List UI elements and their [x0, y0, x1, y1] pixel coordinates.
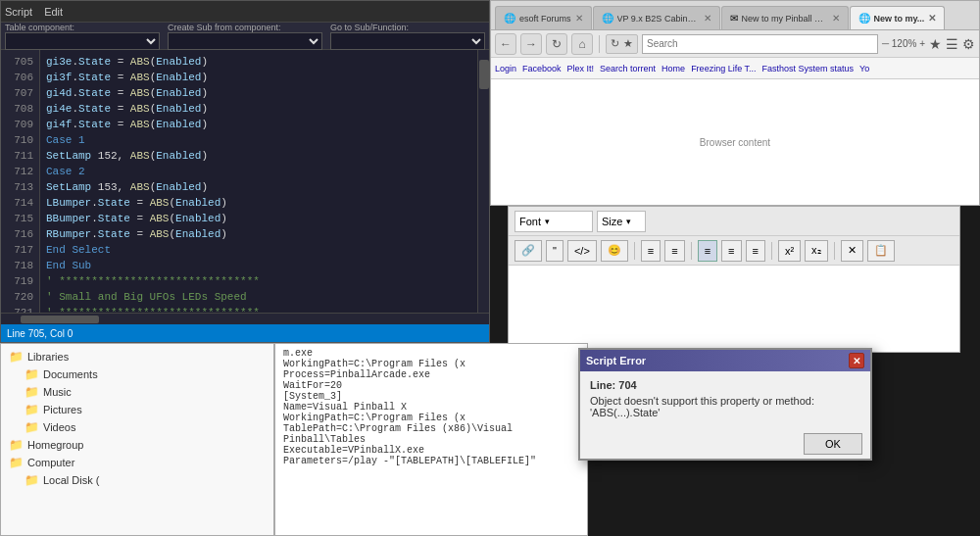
- back-button[interactable]: ←: [495, 33, 516, 55]
- editor-content[interactable]: 7057067077087097107117127137147157167177…: [1, 50, 489, 313]
- browser-tab[interactable]: 🌐esoft Forums✕: [495, 6, 592, 29]
- align-left-button[interactable]: ≡: [698, 240, 717, 262]
- code-line: BBumper.State = ABS(Enabled): [46, 211, 471, 226]
- subscript-button[interactable]: x₂: [805, 240, 828, 262]
- tab-close-icon[interactable]: ✕: [704, 13, 711, 24]
- bookmark-item[interactable]: Login: [495, 64, 516, 73]
- browser-content: Browser content: [491, 79, 979, 205]
- tab-icon: 🌐: [602, 13, 613, 24]
- status-text: Line 705, Col 0: [7, 328, 73, 339]
- size-label: Size: [602, 216, 622, 227]
- ul-button[interactable]: ≡: [641, 240, 661, 262]
- tab-close-icon[interactable]: ✕: [575, 13, 583, 24]
- bookmark-item[interactable]: Home: [662, 64, 685, 73]
- menu-edit[interactable]: Edit: [44, 6, 63, 18]
- explorer-item[interactable]: 📁Documents: [5, 365, 270, 383]
- browser-tab[interactable]: 🌐VP 9.x B2S Cabinet Tables (t...✕: [593, 6, 720, 29]
- ol-button[interactable]: ≡: [664, 240, 684, 262]
- dialog-line: Line: 704: [590, 379, 860, 391]
- browser-tabs: 🌐esoft Forums✕🌐VP 9.x B2S Cabinet Tables…: [491, 1, 979, 30]
- font-selector[interactable]: Font ▾: [514, 211, 593, 232]
- create-sub-section: Create Sub from component:: [168, 23, 322, 50]
- folder-icon: 📁: [24, 367, 39, 381]
- config-line: Executable=VPinballX.exe: [283, 445, 579, 456]
- vertical-scrollbar[interactable]: [477, 50, 489, 313]
- star-icon[interactable]: ★: [623, 37, 633, 50]
- config-line: Name=Visual Pinball X: [283, 402, 579, 413]
- rte-content[interactable]: [509, 266, 959, 352]
- browser-tab[interactable]: 🌐New to my...✕: [850, 6, 946, 29]
- search-input[interactable]: [642, 34, 878, 54]
- explorer-item[interactable]: 📁Pictures: [5, 401, 270, 418]
- refresh-icon[interactable]: ↻: [611, 37, 619, 50]
- tab-label: New to my...: [874, 14, 925, 24]
- explorer-item[interactable]: 📁Local Disk (: [5, 471, 270, 489]
- explorer-item[interactable]: 📁Videos: [5, 418, 270, 436]
- create-sub-select[interactable]: [168, 32, 322, 50]
- paste-button[interactable]: 📋: [867, 240, 895, 262]
- toolbar-separator-1: [634, 242, 635, 260]
- code-line: End Select: [46, 242, 471, 258]
- code-line: ' *******************************: [46, 305, 471, 313]
- emoji-button[interactable]: 😊: [601, 240, 628, 262]
- forward-button[interactable]: →: [520, 33, 542, 55]
- table-component-select[interactable]: [5, 32, 160, 50]
- code-line: SetLamp 153, ABS(Enabled): [46, 179, 471, 195]
- item-label: Local Disk (: [43, 474, 99, 486]
- home-button[interactable]: ⌂: [571, 33, 593, 55]
- size-dropdown-icon[interactable]: ▾: [626, 217, 631, 226]
- folder-icon: 📁: [24, 403, 39, 416]
- tab-close-icon[interactable]: ✕: [928, 13, 936, 24]
- config-panel: m.exeWorkingPath=C:\Program Files (xProc…: [274, 343, 588, 536]
- align-right-button[interactable]: ≡: [746, 240, 765, 262]
- browser-bookmarks: LoginFacebookPlex It!Search torrentHomeF…: [491, 58, 979, 79]
- folder-icon: 📁: [24, 420, 39, 434]
- tab-close-icon[interactable]: ✕: [832, 13, 840, 24]
- bookmark-item[interactable]: Freezing Life T...: [691, 64, 756, 73]
- superscript-button[interactable]: x²: [778, 240, 801, 262]
- script-error-dialog: Script Error ✕ Line: 704 Object doesn't …: [578, 348, 872, 461]
- zoom-level: ─ 120% +: [882, 38, 925, 49]
- bookmark-item[interactable]: Yo: [859, 64, 869, 73]
- reload-button[interactable]: ↻: [546, 33, 567, 55]
- toolbar-separator-2: [691, 242, 692, 260]
- horizontal-scrollbar[interactable]: [1, 313, 489, 324]
- item-label: Homegroup: [27, 439, 83, 451]
- config-line: [System_3]: [283, 391, 579, 402]
- font-dropdown-icon[interactable]: ▾: [545, 217, 550, 226]
- rte-toolbar-row2: 🔗 " </> 😊 ≡ ≡ ≡ ≡ ≡ x² x₂ ✕ 📋: [509, 236, 959, 266]
- config-line: Process=PinballArcade.exe: [283, 369, 579, 380]
- reader-icon[interactable]: ☰: [946, 36, 958, 52]
- code-line: ' *******************************: [46, 273, 471, 289]
- bookmark-item[interactable]: Facebook: [522, 64, 562, 73]
- star-bookmark-icon[interactable]: ★: [929, 36, 942, 52]
- quote-button[interactable]: ": [546, 240, 564, 262]
- settings-icon[interactable]: ⚙: [962, 36, 975, 52]
- editor-status: Line 705, Col 0: [1, 324, 489, 342]
- dialog-close-button[interactable]: ✕: [849, 353, 864, 368]
- dialog-titlebar: Script Error ✕: [580, 350, 870, 371]
- create-sub-label: Create Sub from component:: [168, 23, 322, 32]
- menu-script[interactable]: Script: [5, 6, 32, 18]
- bookmark-item[interactable]: Search torrent: [600, 64, 656, 73]
- remove-format-button[interactable]: ✕: [841, 240, 863, 262]
- dialog-ok-button[interactable]: OK: [804, 433, 862, 455]
- explorer-item[interactable]: 📁Libraries: [5, 348, 270, 365]
- explorer-item[interactable]: 📁Computer: [5, 454, 270, 471]
- nav-separator: [599, 35, 600, 53]
- rte-toolbar-row1: Font ▾ Size ▾: [509, 207, 959, 236]
- bookmark-item[interactable]: Plex It!: [567, 64, 595, 73]
- code-lines[interactable]: gi3e.State = ABS(Enabled) gi3f.State = A…: [40, 50, 477, 313]
- size-selector[interactable]: Size ▾: [597, 211, 646, 232]
- font-label: Font: [519, 216, 541, 227]
- go-to-sub-select[interactable]: [330, 32, 485, 50]
- bookmark-item[interactable]: Fasthost System status: [762, 64, 855, 73]
- browser-nav: ← → ↻ ⌂ ↻ ★ ─ 120% + ★ ☰ ⚙: [491, 30, 979, 58]
- browser-tab[interactable]: ✉New to my Pinball Cab - in...✕: [721, 6, 849, 29]
- explorer-item[interactable]: 📁Music: [5, 383, 270, 401]
- align-center-button[interactable]: ≡: [721, 240, 741, 262]
- explorer-item[interactable]: 📁Homegroup: [5, 436, 270, 454]
- link-button[interactable]: 🔗: [514, 240, 542, 262]
- nav-icons-group: ↻ ★: [606, 34, 638, 54]
- code-button[interactable]: </>: [567, 240, 597, 262]
